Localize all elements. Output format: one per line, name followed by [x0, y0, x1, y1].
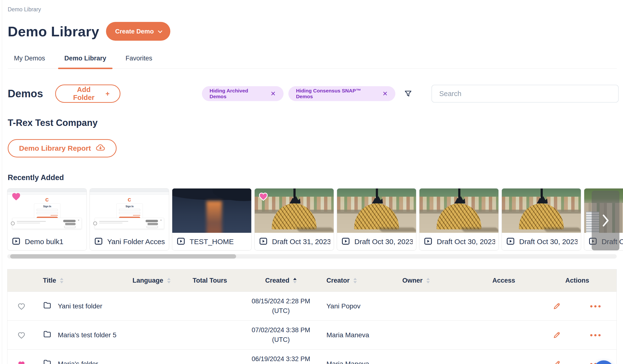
demos-heading: Demos	[8, 88, 43, 100]
header-created[interactable]: Created	[241, 277, 321, 284]
favorite-heart-icon[interactable]	[11, 191, 22, 202]
card-thumbnail-signin: c Sign In ✕	[90, 189, 169, 233]
demo-card[interactable]: Draft Oct 30, 2023,…	[337, 188, 416, 250]
search-input[interactable]	[431, 85, 619, 103]
video-play-icon	[94, 237, 103, 246]
demos-toolbar: Demos Add Folder + Hiding Archived Demos…	[8, 85, 619, 103]
filter-chip-archived[interactable]: Hiding Archived Demos ✕	[202, 86, 284, 101]
title-row: Demo Library Create Demo	[8, 22, 623, 41]
table-header-row: Title Language Total Tours Created Creat…	[7, 269, 617, 292]
company-name: T-Rex Test Company	[8, 118, 623, 128]
card-thumbnail-dome	[337, 189, 416, 233]
sort-arrows-icon[interactable]	[354, 278, 357, 283]
row-title[interactable]: Maria's test folder 5	[58, 331, 116, 339]
close-icon[interactable]: ✕	[270, 90, 276, 97]
table-row[interactable]: Maria's folder 06/19/2024 3:32 PM (UTC) …	[7, 349, 617, 364]
page: Demo Library Demo Library Create Demo My…	[0, 0, 623, 364]
filter-chips: Hiding Archived Demos ✕ Hiding Consensus…	[202, 86, 395, 101]
favorite-heart-icon[interactable]	[17, 331, 26, 339]
filter-chip-snap-label: Hiding Consensus SNAP™ Demos	[296, 88, 376, 99]
card-thumbnail-sea	[172, 189, 251, 233]
row-creator: Maria Maneva	[321, 331, 395, 339]
page-title: Demo Library	[8, 23, 99, 40]
video-play-icon	[424, 237, 432, 246]
card-thumbnail-dome	[502, 189, 581, 233]
row-created: 08/15/2024 2:28 PM (UTC)	[241, 297, 321, 315]
card-thumbnail-signin: c Sign In ✕	[7, 189, 87, 233]
demo-card[interactable]: TEST_HOME	[172, 188, 251, 250]
table-row[interactable]: Yani test folder 08/15/2024 2:28 PM (UTC…	[7, 292, 617, 321]
tab-bar: My Demos Demo Library Favorites	[8, 55, 617, 69]
video-play-icon	[12, 237, 21, 246]
video-play-icon	[177, 237, 185, 246]
favorite-heart-icon[interactable]	[17, 302, 26, 310]
demo-card[interactable]: Draft Oct 30, 2023,…	[502, 188, 581, 250]
add-folder-button[interactable]: Add Folder +	[55, 85, 120, 103]
card-title: Draft Oct 30, 2023,…	[519, 238, 578, 246]
header-owner[interactable]: Owner	[395, 277, 470, 284]
sort-arrows-icon[interactable]	[167, 278, 171, 283]
edit-pencil-icon[interactable]	[552, 302, 561, 311]
card-title: Draft Oct 30, 2023,…	[437, 238, 495, 246]
row-creator: Maria Maneva	[321, 360, 395, 364]
header-total-tours: Total Tours	[178, 277, 241, 284]
create-demo-button[interactable]: Create Demo	[106, 22, 170, 41]
table-row[interactable]: Maria's test folder 5 07/02/2024 3:38 PM…	[7, 321, 617, 349]
header-creator[interactable]: Creator	[321, 277, 395, 284]
demo-card[interactable]: Draft Oct 30, 2023,…	[419, 188, 499, 250]
report-label: Demo Library Report	[19, 144, 91, 152]
add-folder-label: Add Folder	[66, 86, 102, 102]
row-title[interactable]: Maria's folder	[58, 360, 98, 364]
carousel-scrollbar-track[interactable]	[7, 254, 617, 258]
carousel-next-button[interactable]	[592, 191, 619, 250]
breadcrumb[interactable]: Demo Library	[0, 0, 623, 13]
card-rail-inner: c Sign In ✕ Demo bulk1	[7, 188, 623, 250]
card-title: Demo bulk1	[25, 238, 63, 246]
sort-arrows-icon[interactable]	[60, 278, 63, 283]
recently-added-heading: Recently Added	[8, 173, 623, 182]
chevron-down-icon	[158, 29, 162, 33]
card-title: Draft Oct 30, 2023,…	[354, 238, 413, 246]
card-title: Yani Folder Acces…	[107, 238, 165, 246]
header-access: Access	[470, 277, 537, 284]
sort-arrows-icon[interactable]	[293, 278, 297, 283]
row-created: 07/02/2024 3:38 PM (UTC)	[241, 325, 321, 344]
folder-icon	[43, 330, 52, 340]
tab-favorites[interactable]: Favorites	[119, 55, 158, 68]
video-play-icon	[259, 237, 268, 246]
edit-pencil-icon[interactable]	[552, 360, 561, 364]
filter-chip-snap[interactable]: Hiding Consensus SNAP™ Demos ✕	[288, 86, 396, 101]
favorite-heart-icon[interactable]	[17, 360, 26, 364]
demo-card[interactable]: Draft Oct 31, 2023, …	[254, 188, 334, 250]
create-demo-label: Create Demo	[115, 28, 154, 35]
folder-icon	[43, 359, 52, 364]
card-title: TEST_HOME	[190, 238, 234, 246]
row-created: 06/19/2024 3:32 PM (UTC)	[241, 354, 321, 364]
filter-funnel-icon[interactable]	[404, 89, 412, 98]
video-play-icon	[341, 237, 350, 246]
more-actions-icon[interactable]: •••	[590, 302, 602, 310]
left-edge-divider	[2, 0, 2, 364]
row-title[interactable]: Yani test folder	[58, 302, 102, 310]
demo-card[interactable]: c Sign In ✕ Yani Folder Acces…	[90, 188, 169, 250]
header-title[interactable]: Title	[35, 277, 126, 284]
header-actions: Actions	[537, 277, 617, 284]
demo-library-report-button[interactable]: Demo Library Report	[8, 139, 117, 157]
demo-card[interactable]: c Sign In ✕ Demo bulk1	[7, 188, 87, 250]
row-creator: Yani Popov	[321, 302, 395, 310]
card-thumbnail-dome	[255, 189, 334, 233]
tab-my-demos[interactable]: My Demos	[8, 55, 51, 68]
favorite-heart-icon[interactable]	[258, 191, 269, 202]
folder-icon	[43, 301, 52, 311]
close-icon[interactable]: ✕	[382, 90, 388, 97]
filter-chip-archived-label: Hiding Archived Demos	[210, 88, 264, 99]
chevron-right-icon	[601, 214, 610, 227]
edit-pencil-icon[interactable]	[552, 331, 561, 340]
card-title: Draft Oct 31, 2023, …	[272, 238, 330, 246]
tab-demo-library[interactable]: Demo Library	[58, 55, 112, 68]
more-actions-icon[interactable]: •••	[590, 331, 602, 339]
sort-arrows-icon[interactable]	[426, 278, 430, 283]
plus-icon: +	[106, 90, 110, 98]
carousel-scrollbar-thumb[interactable]	[10, 254, 236, 258]
header-language[interactable]: Language	[126, 277, 178, 284]
